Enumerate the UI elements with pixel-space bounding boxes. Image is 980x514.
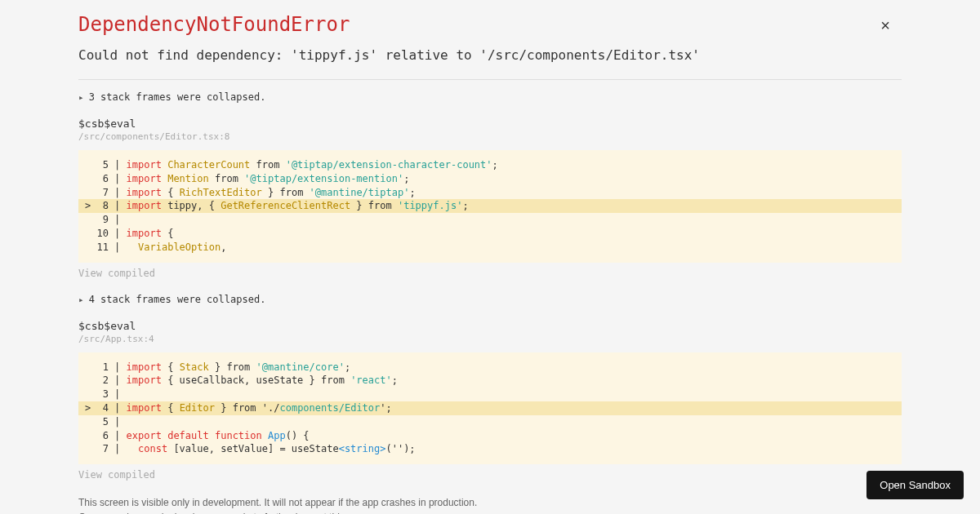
- stack-frame-name: $csb$eval: [78, 320, 902, 332]
- stack-frame-location: /src/components/Editor.tsx:8: [78, 131, 902, 142]
- error-message: Could not find dependency: 'tippyf.js' r…: [78, 47, 902, 63]
- stack-frame-name: $csb$eval: [78, 117, 902, 130]
- error-title: DependencyNotFoundError: [78, 13, 902, 36]
- collapsed-frames-toggle[interactable]: 3 stack frames were collapsed.: [78, 91, 902, 103]
- stack-frame-location: /src/App.tsx:4: [78, 334, 902, 344]
- view-compiled-link[interactable]: View compiled: [78, 469, 902, 481]
- divider: [78, 79, 902, 80]
- footer-info: This screen is visible only in developme…: [78, 495, 902, 514]
- collapsed-frames-toggle[interactable]: 4 stack frames were collapsed.: [78, 294, 902, 305]
- code-snippet: 5 | import CharacterCount from '@tiptap/…: [78, 150, 902, 263]
- error-overlay: × DependencyNotFoundError Could not find…: [0, 0, 980, 514]
- open-sandbox-button[interactable]: Open Sandbox: [866, 471, 964, 499]
- close-icon[interactable]: ×: [880, 16, 890, 35]
- code-snippet: 1 | import { Stack } from '@mantine/core…: [78, 352, 902, 465]
- view-compiled-link[interactable]: View compiled: [78, 268, 902, 279]
